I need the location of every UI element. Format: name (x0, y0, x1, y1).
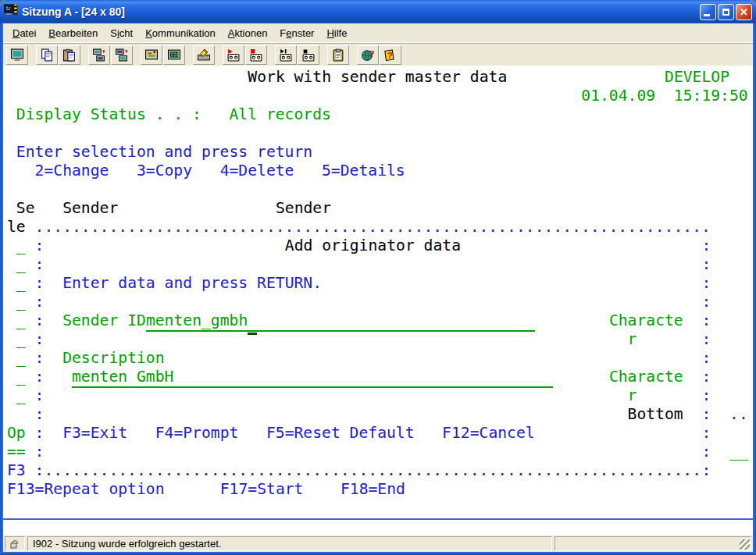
dialog-border-left: : (35, 443, 45, 461)
sel-option-input[interactable]: _ (16, 386, 26, 405)
menu-kommunikation[interactable]: Kommunikation (139, 25, 222, 41)
record-macro-button[interactable] (223, 45, 244, 65)
minimize-button[interactable] (700, 4, 716, 20)
dialog-border-left: : (35, 368, 45, 386)
window-title: Sitzung A - [24 x 80] (22, 5, 698, 18)
app-icon (4, 4, 18, 20)
dialog-border-left: : (35, 293, 45, 311)
menu-bearbeiten[interactable]: Bearbeiten (42, 25, 104, 41)
menu-datei[interactable]: Datei (6, 25, 42, 41)
fkey-legend: F17=Start (220, 480, 304, 499)
field-type-label: Characte (609, 368, 683, 386)
menu-fenster[interactable]: Fenster (273, 25, 320, 41)
sel-option-input[interactable]: _ (16, 330, 26, 349)
stop-macro-button[interactable] (298, 45, 319, 65)
dialog-border-top: ........................................… (35, 218, 711, 237)
clipboard-button[interactable] (327, 45, 349, 65)
operator-information-area (3, 520, 753, 535)
sel-option-input[interactable]: _ (16, 255, 26, 274)
column-header: Sender (62, 199, 118, 218)
menu-hilfe[interactable]: Hilfe (320, 25, 353, 41)
dialog-border-right: : (702, 443, 711, 461)
toolbar-group (36, 45, 81, 65)
toolbar-group (88, 45, 134, 65)
date-time: 01.04.09 15:19:50 (581, 87, 747, 105)
field-type-label-wrap: r (628, 330, 637, 349)
system-name: DEVELOP (665, 68, 729, 87)
play-macro-button[interactable] (275, 45, 297, 65)
help-button[interactable]: ? (380, 45, 401, 65)
dialog-instruction: Enter data and press RETURN. (62, 274, 322, 293)
dialog-border-right: : (702, 368, 711, 386)
dialog-border-left: : (35, 274, 45, 293)
connection-status-icon (5, 536, 25, 551)
dialog-border-right: : (702, 349, 711, 368)
dialog-border-left: : (35, 330, 45, 349)
color-setup-button[interactable] (163, 45, 185, 65)
dialog-border-right: : (702, 255, 711, 274)
toolbar-group (275, 45, 320, 65)
status-message: I902 - Sitzung wurde erfolgreich gestart… (27, 536, 552, 551)
stop-record-button[interactable] (245, 45, 267, 65)
sel-option-input[interactable]: _ (16, 311, 26, 330)
dialog-border-bottom: ........................................… (44, 461, 701, 480)
fkey-legend: F13=Repeat option (7, 480, 165, 499)
copy-button[interactable] (36, 45, 58, 65)
description-field[interactable]: menten GmbH (72, 368, 553, 388)
background-text: == (7, 443, 26, 461)
send-file-button[interactable] (88, 45, 110, 65)
dialog-border-left: : (35, 424, 45, 443)
text-cursor[interactable] (248, 314, 257, 335)
display-setup-button[interactable] (141, 45, 162, 65)
toolbar-group (193, 45, 216, 65)
sel-option-input[interactable]: _ (16, 349, 26, 368)
menu-bar: DateiBearbeitenSichtKommunikationAktione… (3, 23, 753, 43)
status-bar: I902 - Sitzung wurde erfolgreich gestart… (3, 535, 753, 552)
dialog-border-left: : (35, 405, 45, 424)
session-window: Sitzung A - [24 x 80] ✕ DateiBearbeitenS… (0, 0, 756, 555)
terminal-screen[interactable]: Work with sender master dataDEVELOP01.04… (3, 66, 753, 518)
keyboard-setup-button[interactable] (193, 45, 215, 65)
toolbar-group (327, 45, 350, 65)
sel-option-input[interactable]: _ (16, 368, 26, 386)
dialog-border-right: : (702, 330, 711, 349)
dialog-border-left: : (35, 461, 45, 480)
new-session-button[interactable] (6, 45, 28, 65)
resize-grip[interactable] (740, 539, 750, 550)
dialog-fkey-legend: F3=Exit F4=Prompt F5=Reset Default F12=C… (62, 424, 535, 443)
sender-id-field[interactable]: menten_gmbh (146, 311, 535, 332)
field-type-label: Characte (609, 311, 683, 330)
description-label: Description (62, 349, 164, 368)
column-header: Se (16, 199, 35, 218)
dialog-border-left: : (35, 255, 45, 274)
maximize-icon (722, 9, 729, 16)
sel-option-input[interactable]: _ (16, 237, 26, 255)
dialog-border-right: : (702, 274, 711, 293)
background-text: Op (7, 424, 26, 443)
dialog-border-right: : (702, 461, 711, 480)
svg-text:?: ? (387, 49, 393, 59)
close-button[interactable]: ✕ (736, 4, 752, 20)
title-bar: Sitzung A - [24 x 80] ✕ (0, 0, 756, 23)
command-input-fragment[interactable]: __ (729, 443, 748, 461)
toolbar-group (223, 45, 268, 65)
dialog-border-right: : (702, 405, 711, 424)
menu-aktionen[interactable]: Aktionen (222, 25, 274, 41)
toolbar-group: ?? (357, 45, 402, 65)
terminal-grid: Work with sender master dataDEVELOP01.04… (7, 68, 749, 518)
paste-button[interactable] (59, 45, 80, 65)
dialog-border-left: : (35, 386, 45, 405)
maximize-button[interactable] (718, 4, 734, 20)
dialog-border-right: : (702, 424, 711, 443)
column-header: Sender (276, 199, 331, 218)
sel-option-input[interactable]: _ (16, 293, 26, 311)
menu-sicht[interactable]: Sicht (104, 25, 139, 41)
toolbar: ?? (3, 43, 753, 66)
sel-option-input[interactable]: _ (16, 274, 26, 293)
background-dots: .. (729, 405, 748, 424)
web-help-button[interactable]: ? (357, 45, 379, 65)
dialog-title: Add originator data (285, 237, 461, 255)
dialog-border-left: : (35, 349, 45, 368)
receive-file-button[interactable] (111, 45, 133, 65)
dialog-border-right: : (702, 386, 711, 405)
